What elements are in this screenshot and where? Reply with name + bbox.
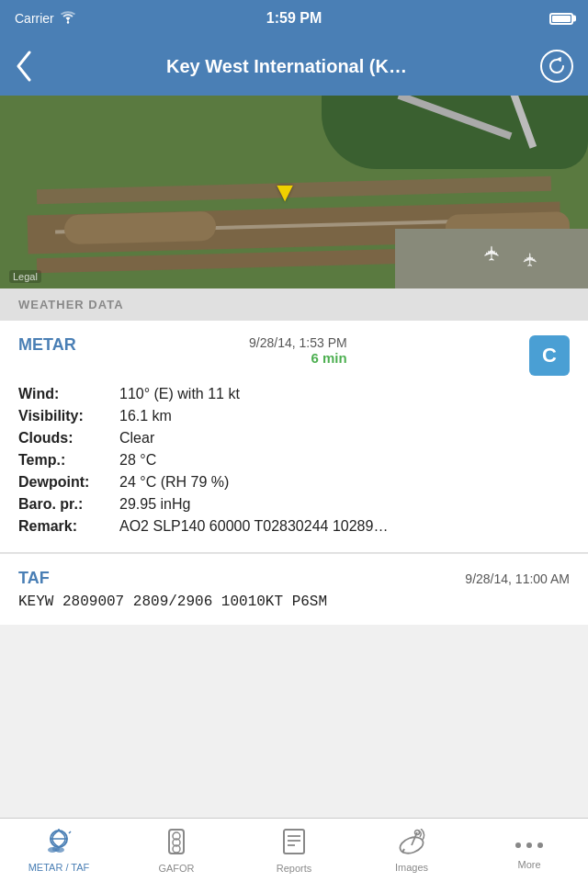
metar-card: METAR 9/28/14, 1:53 PM 6 min C Wind:110°… <box>0 321 588 553</box>
data-label: Clouds: <box>18 430 119 447</box>
metar-title: METAR <box>18 335 76 355</box>
gafor-icon <box>162 828 191 859</box>
metar-row: Wind:110° (E) with 11 kt <box>18 383 570 405</box>
svg-point-0 <box>67 21 69 23</box>
data-label: Dewpoint: <box>18 474 119 491</box>
data-value: 28 °C <box>119 452 156 469</box>
status-bar: Carrier 1:59 PM <box>0 0 588 37</box>
metar-age: 6 min <box>249 350 347 366</box>
metar-row: Dewpoint:24 °C (RH 79 %) <box>18 471 570 493</box>
map-view[interactable]: ✈ ✈ ▼ Legal <box>0 96 588 288</box>
status-time: 1:59 PM <box>266 10 322 27</box>
reports-icon <box>280 828 308 859</box>
tab-more-label: More <box>517 859 540 870</box>
wifi-icon <box>60 11 76 27</box>
tab-more[interactable]: More <box>470 819 588 882</box>
tab-metar-taf-label: METAR / TAF <box>28 862 90 873</box>
battery-icon <box>549 13 573 25</box>
taf-date: 9/28/14, 11:00 AM <box>465 571 570 586</box>
back-button[interactable] <box>15 51 33 82</box>
taf-title: TAF <box>18 569 50 588</box>
tab-reports-label: Reports <box>277 863 312 874</box>
carrier-label: Carrier <box>15 11 54 26</box>
metar-row: Clouds:Clear <box>18 427 570 449</box>
metar-data-rows: Wind:110° (E) with 11 ktVisibility:16.1 … <box>18 383 570 537</box>
tab-reports[interactable]: Reports <box>235 819 353 882</box>
svg-point-20 <box>515 842 521 848</box>
tab-images[interactable]: Images <box>353 819 470 882</box>
more-icon <box>514 831 544 855</box>
svg-rect-8 <box>169 830 184 854</box>
data-label: Wind: <box>18 386 119 402</box>
svg-point-7 <box>55 847 64 853</box>
metar-date: 9/28/14, 1:53 PM <box>249 335 347 350</box>
metar-row: Temp.:28 °C <box>18 449 570 471</box>
plane-icon-2: ✈ <box>519 252 541 267</box>
taf-raw: KEYW 2809007 2809/2906 10010KT P6SM <box>18 594 570 610</box>
images-icon <box>397 829 426 858</box>
nav-bar: Key West International (K… <box>0 37 588 96</box>
metar-row: Visibility:16.1 km <box>18 405 570 427</box>
data-label: Temp.: <box>18 452 119 469</box>
tab-images-label: Images <box>395 862 428 873</box>
plane-icon-1: ✈ <box>481 245 504 262</box>
location-pin: ▼ <box>271 176 299 208</box>
refresh-button[interactable] <box>540 50 573 83</box>
data-value: Clear <box>119 430 154 447</box>
svg-rect-12 <box>284 830 304 854</box>
data-value: AO2 SLP140 60000 T02830244 10289… <box>119 518 388 535</box>
legal-text: Legal <box>9 270 41 283</box>
svg-line-4 <box>69 831 71 833</box>
weather-content: WEATHER DATA METAR 9/28/14, 1:53 PM 6 mi… <box>0 288 588 818</box>
tab-bar: METAR / TAF GAFOR Reports <box>0 818 588 882</box>
tab-gafor-label: GAFOR <box>158 863 194 874</box>
metar-badge[interactable]: C <box>529 335 570 376</box>
weather-section-header: WEATHER DATA <box>0 288 588 321</box>
tab-gafor[interactable]: GAFOR <box>118 819 235 882</box>
data-value: 29.95 inHg <box>119 496 190 513</box>
data-value: 16.1 km <box>119 408 172 424</box>
svg-point-21 <box>526 842 532 848</box>
metar-taf-icon <box>43 829 74 858</box>
taf-section: TAF 9/28/14, 11:00 AM KEYW 2809007 2809/… <box>0 553 588 625</box>
metar-row: Remark:AO2 SLP140 60000 T02830244 10289… <box>18 515 570 537</box>
data-label: Baro. pr.: <box>18 496 119 513</box>
data-label: Visibility: <box>18 408 119 424</box>
tab-metar-taf[interactable]: METAR / TAF <box>0 819 118 882</box>
svg-point-22 <box>537 842 543 848</box>
metar-row: Baro. pr.:29.95 inHg <box>18 493 570 515</box>
page-title: Key West International (K… <box>42 56 531 77</box>
data-value: 110° (E) with 11 kt <box>119 386 240 402</box>
data-value: 24 °C (RH 79 %) <box>119 474 229 491</box>
data-label: Remark: <box>18 518 119 535</box>
